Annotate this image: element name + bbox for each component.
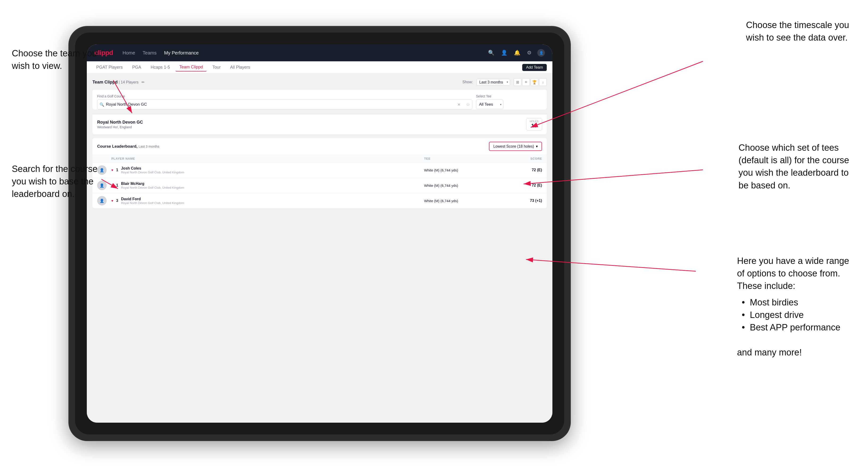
trophy-view-btn[interactable]: 🏆 [531,78,538,86]
course-search-input[interactable] [97,99,472,110]
nav-teams[interactable]: Teams [143,50,157,56]
sub-nav: PGAT Players PGA Hcaps 1-5 Team Clippd T… [87,61,552,73]
player-name-3: David Ford [121,197,184,201]
annotation-top-left: Choose the team youwish to view. [12,47,97,72]
bell-icon-btn[interactable]: 🔔 [513,49,521,57]
lb-col-player: PLAYER NAME [111,157,424,160]
tee-info-1: White (M) (6,744 yds) [424,168,495,172]
settings-icon-btn[interactable]: ⚙ [526,49,533,57]
annotation-tr-text: Choose the timescale youwish to see the … [746,20,849,42]
score-type-dropdown[interactable]: Lowest Score (18 holes) ▾ [489,142,542,151]
ipad-screen: clippd Home Teams My Performance 🔍 👤 🔔 ⚙… [87,44,552,423]
player-club-3: Royal North Devon Golf Club, United King… [121,201,184,205]
add-team-button[interactable]: Add Team [522,64,547,71]
rank-2: 👤 [97,181,111,190]
score-info-1: 72 (E) [495,168,542,172]
show-dropdown-wrapper: Last 3 months Last month Last 6 months L… [477,79,510,85]
score-info-3: 73 (+1) [495,198,542,203]
lb-col-rank [97,157,111,160]
lb-col-tee: TEE [424,157,495,160]
player-club-1: Royal North Devon Golf Club, United King… [121,170,184,174]
table-row: 👤 ♥ 3 David Ford Royal North Devon Golf … [92,193,547,208]
list-view-btn[interactable]: ≡ [522,78,530,86]
course-result: Royal North Devon GC Westward Ho!, Engla… [92,114,547,134]
holes-number: 18 [530,123,538,129]
sub-nav-tour[interactable]: Tour [209,63,224,71]
player-info-3: ♥ 3 David Ford Royal North Devon Golf Cl… [111,197,424,205]
leaderboard-header: Course Leaderboard, Last 3 months Lowest… [92,138,547,155]
sub-nav-pga[interactable]: PGA [128,63,145,71]
search-row: Find a Golf Course 🔍 ✕ ☆ Select Tee [97,94,542,110]
leaderboard-subtitle: Last 3 months [138,145,159,148]
holes-label: Holes [530,120,538,123]
sub-nav-hcaps[interactable]: Hcaps 1-5 [147,63,174,71]
rank-num-2: 1 [116,183,118,187]
team-name: Team Clippd [92,80,118,85]
rank-num-3: 3 [116,198,118,203]
sub-nav-all-players[interactable]: All Players [226,63,254,71]
main-content: Team Clippd | 14 Players ✏ Show: Last 3 … [87,73,552,423]
show-dropdown[interactable]: Last 3 months Last month Last 6 months L… [477,79,510,85]
player-details-2: Blair McHarg Royal North Devon Golf Club… [121,182,184,189]
search-icon: 🔍 [99,102,104,107]
leaderboard-section: Course Leaderboard, Last 3 months Lowest… [92,138,547,208]
leaderboard-title: Course Leaderboard, [97,144,137,149]
people-icon-btn[interactable]: 👤 [500,49,508,57]
table-row: 👤 ♥ 1 Josh Coles Royal North Devon Golf … [92,162,547,178]
annotation-br-text: Here you have a wide rangeof options to … [737,256,849,357]
favorite-btn[interactable]: ☆ [466,102,470,107]
tee-select[interactable]: All Tees White (M) Yellow Red [476,99,503,109]
course-location: Westward Ho!, England [97,125,143,129]
edit-icon[interactable]: ✏ [142,80,145,84]
player-details-3: David Ford Royal North Devon Golf Club, … [121,197,184,205]
annotation-mr-text: Choose which set of tees(default is all)… [739,143,849,190]
nav-home[interactable]: Home [122,50,135,56]
heart-icon-2: ♥ [111,184,113,187]
table-row: 👤 ♥ 1 Blair McHarg Royal North Devon Gol… [92,178,547,193]
rank-num-1: 1 [116,168,118,172]
holes-badge: Holes 18 [526,118,542,130]
tee-select-wrapper: All Tees White (M) Yellow Red [476,99,503,109]
tee-info-2: White (M) (6,744 yds) [424,184,495,187]
find-label: Find a Golf Course [97,94,472,98]
ipad-inner: clippd Home Teams My Performance 🔍 👤 🔔 ⚙… [75,33,564,434]
grid-view-btn[interactable]: ⊞ [514,78,521,86]
annotation-top-right: Choose the timescale youwish to see the … [746,19,849,44]
player-name-2: Blair McHarg [121,182,184,186]
score-info-2: 72 (E) [495,183,542,187]
find-course-group: Find a Golf Course 🔍 ✕ ☆ [97,94,472,110]
player-info-1: ♥ 1 Josh Coles Royal North Devon Golf Cl… [111,166,424,174]
clear-search-btn[interactable]: ✕ [457,102,460,107]
user-avatar[interactable]: 👤 [537,49,545,57]
player-info-2: ♥ 1 Blair McHarg Royal North Devon Golf … [111,182,424,189]
player-details-1: Josh Coles Royal North Devon Golf Club, … [121,166,184,174]
team-title-group: Team Clippd | 14 Players ✏ [92,80,145,85]
annotation-middle-right: Choose which set of tees(default is all)… [739,142,849,192]
tee-group: Select Tee All Tees White (M) Yellow Red [476,94,542,110]
heart-icon-3: ♥ [111,199,113,203]
annotation-ml-text: Search for the courseyou wish to base th… [12,164,97,199]
course-name: Royal North Devon GC [97,120,143,125]
team-right: Show: Last 3 months Last month Last 6 mo… [463,78,547,86]
course-info: Royal North Devon GC Westward Ho!, Engla… [97,120,143,129]
search-icon-btn[interactable]: 🔍 [487,49,495,57]
lb-table-header: PLAYER NAME TEE SCORE [92,155,547,162]
lb-col-score: SCORE [495,157,542,160]
dropdown-chevron-icon: ▾ [536,144,538,149]
rank-3: 👤 [97,196,111,206]
annotation-tl-text: Choose the team youwish to view. [12,49,97,71]
nav-my-performance[interactable]: My Performance [164,50,199,56]
annotation-middle-left: Search for the courseyou wish to base th… [12,163,97,200]
download-btn[interactable]: ↓ [539,78,547,86]
sub-nav-pgat[interactable]: PGAT Players [92,63,126,71]
team-header: Team Clippd | 14 Players ✏ Show: Last 3 … [92,78,547,86]
view-icons: ⊞ ≡ 🏆 ↓ [514,78,547,86]
annotation-bottom-right: Here you have a wide rangeof options to … [737,255,849,359]
search-section: Find a Golf Course 🔍 ✕ ☆ Select Tee [92,90,547,110]
avatar-2: 👤 [97,181,106,190]
tee-info-3: White (M) (6,744 yds) [424,199,495,203]
nav-links: Home Teams My Performance [122,50,478,56]
avatar-3: 👤 [97,196,106,206]
sub-nav-team-clippd[interactable]: Team Clippd [176,63,207,71]
team-count: | [119,80,121,84]
